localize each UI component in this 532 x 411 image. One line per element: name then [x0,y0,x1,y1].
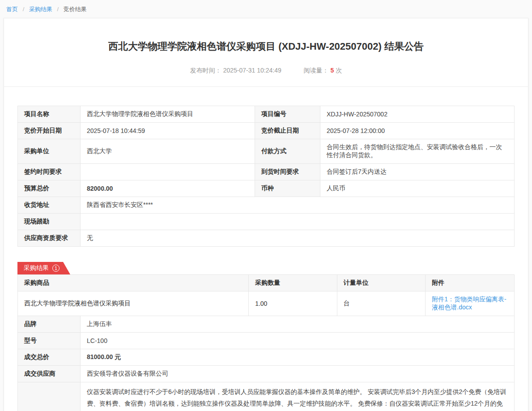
delivery-time-label: 到货时间要求 [255,164,320,180]
project-no-value: XDJJ-HW-202507002 [320,106,515,123]
budget-value: 82000.00 [81,180,255,197]
project-name-label: 项目名称 [18,106,81,123]
currency-label: 币种 [255,180,320,197]
table-row: 预算总价 82000.00 币种 人民币 [18,180,515,197]
breadcrumb-separator: / [57,6,59,13]
supplier-label: 成交供应商 [18,366,81,382]
header-divider [4,86,528,87]
table-row: 签约时间要求 到货时间要求 合同签订后7天内送达 [18,164,515,180]
address-value: 陕西省西安市长安区**** [81,197,515,214]
publish-time: 发布时间： 2025-07-31 10:24:49 [190,67,281,75]
bid-end-label: 竞价截止日期 [255,123,320,139]
view-count: 阅读量： 5 次 [304,67,342,75]
breadcrumb-current: 竞价结果 [64,6,87,13]
payment-label: 付款方式 [255,139,320,164]
table-row: 竞价开始日期 2025-07-18 10:44:59 竞价截止日期 2025-0… [18,123,515,139]
deal-price-value: 81000.00 元 [81,349,515,366]
attachment-cell: 附件1：货物类响应偏离表-液相色谱.docx [426,291,515,316]
table-row: 收货地址 陕西省西安市长安区**** [18,197,515,214]
qualification-value: 无 [81,230,515,247]
table-row: 成交供应商 西安领导者仪器设备有限公司 [18,366,515,382]
purchaser-label: 采购单位 [18,139,81,164]
breadcrumb-separator: / [23,6,25,13]
table-row: 项目名称 西北大学物理学院液相色谱仪采购项目 项目编号 XDJJ-HW-2025… [18,106,515,123]
table-row: 质保及售后服务 仪器安装调试时应进行不少于6小时的现场培训，受培训人员应能掌握仪… [18,382,515,411]
product-name-cell: 西北大学物理学院液相色谱仪采购项目 [18,291,249,316]
col-header-attachment: 附件 [426,275,515,291]
purchaser-value: 西北大学 [81,139,255,164]
view-count-label: 阅读量： [304,67,329,74]
payment-value: 合同生效后，待货物到达指定地点、安装调试验收合格后，一次性付清合同货款。 [320,139,515,164]
page: 首页 / 采购结果 / 竞价结果 西北大学物理学院液相色谱仪采购项目 (XDJJ… [0,0,532,411]
result-table: 采购商品 采购数量 计量单位 附件 西北大学物理学院液相色谱仪采购项目 1.00… [17,274,515,316]
meta-row: 发布时间： 2025-07-31 10:24:49 阅读量： 5 次 [4,67,528,75]
bid-start-value: 2025-07-18 10:44:59 [81,123,255,139]
sign-time-label: 签约时间要求 [18,164,81,180]
announcement-card: 西北大学物理学院液相色谱仪采购项目 (XDJJ-HW-202507002) 结果… [4,18,528,411]
quantity-cell: 1.00 [249,291,337,316]
brand-label: 品牌 [18,316,81,333]
supplier-value: 西安领导者仪器设备有限公司 [81,366,515,382]
result-table-header-row: 采购商品 采购数量 计量单位 附件 [18,275,515,291]
qualification-label: 供应商资质要求 [18,230,81,247]
table-row: 型号 LC-100 [18,333,515,349]
warranty-value: 仪器安装调试时应进行不少于6小时的现场培训，受培训人员应能掌握仪器的基本操作及简… [81,382,515,411]
publish-time-label: 发布时间： [190,67,221,74]
table-row: 供应商资质要求 无 [18,230,515,247]
procurement-result-section: 采购结果 1 采购商品 采购数量 计量单位 附件 西北大学物理学院液相色谱仪采购… [4,262,528,411]
col-header-quantity: 采购数量 [249,275,337,291]
bid-start-label: 竞价开始日期 [18,123,81,139]
project-no-label: 项目编号 [255,106,320,123]
table-row: 采购单位 西北大学 付款方式 合同生效后，待货物到达指定地点、安装调试验收合格后… [18,139,515,164]
model-label: 型号 [18,333,81,349]
bid-end-value: 2025-07-28 12:00:00 [320,123,515,139]
address-label: 收货地址 [18,197,81,214]
result-detail-table: 品牌 上海伍丰 型号 LC-100 成交总价 81000.00 元 成交供应商 … [17,316,515,411]
table-row: 成交总价 81000.00 元 [18,349,515,366]
table-row: 品牌 上海伍丰 [18,316,515,333]
budget-label: 预算总价 [18,180,81,197]
breadcrumb-home-link[interactable]: 首页 [6,6,18,13]
project-info-table: 项目名称 西北大学物理学院液相色谱仪采购项目 项目编号 XDJJ-HW-2025… [17,106,515,247]
view-count-unit: 次 [336,67,342,74]
attachment-link[interactable]: 附件1：货物类响应偏离表-液相色谱.docx [432,295,506,311]
result-row: 西北大学物理学院液相色谱仪采购项目 1.00 台 附件1：货物类响应偏离表-液相… [18,291,515,316]
result-count-badge: 1 [52,265,60,272]
warranty-label: 质保及售后服务 [18,382,81,411]
breadcrumb: 首页 / 采购结果 / 竞价结果 [0,0,532,18]
publish-time-value: 2025-07-31 10:24:49 [223,67,281,74]
table-row: 现场踏勘 [18,214,515,230]
col-header-product: 采购商品 [18,275,249,291]
sign-time-value [81,164,255,180]
site-visit-value [81,214,515,230]
currency-value: 人民币 [320,180,515,197]
breadcrumb-purchase-results-link[interactable]: 采购结果 [29,6,52,13]
tab-label: 采购结果 [24,264,49,272]
view-count-value: 5 [330,67,334,74]
deal-price-label: 成交总价 [18,349,81,366]
brand-value: 上海伍丰 [81,316,515,333]
delivery-time-value: 合同签订后7天内送达 [320,164,515,180]
col-header-unit: 计量单位 [337,275,426,291]
model-value: LC-100 [81,333,515,349]
tab-procurement-result: 采购结果 1 [17,262,70,274]
site-visit-label: 现场踏勘 [18,214,81,230]
unit-cell: 台 [337,291,426,316]
project-name-value: 西北大学物理学院液相色谱仪采购项目 [81,106,255,123]
page-title: 西北大学物理学院液相色谱仪采购项目 (XDJJ-HW-202507002) 结果… [4,18,528,53]
